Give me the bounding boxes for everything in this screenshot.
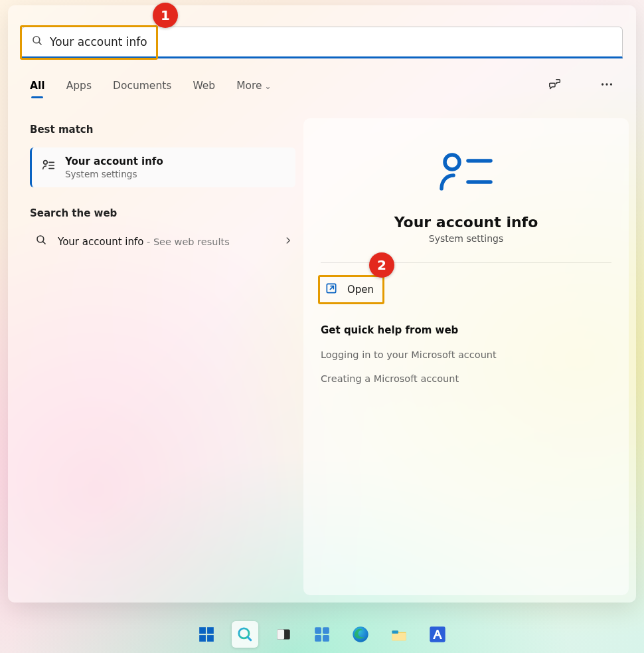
annotation-badge-1: 1 [153,3,178,28]
svg-rect-28 [392,633,406,641]
taskbar-file-explorer-button[interactable] [386,621,412,648]
svg-rect-16 [207,627,214,634]
taskbar [0,616,644,653]
search-icon [35,234,47,248]
account-settings-icon [438,150,495,195]
search-input[interactable] [50,35,613,48]
best-match-result[interactable]: Your account info System settings [30,147,295,187]
best-match-subtitle: System settings [65,169,163,179]
detail-pane: Your account info System settings Open G… [303,118,629,595]
tab-documents[interactable]: Documents [113,80,171,92]
svg-rect-25 [315,635,321,642]
more-options-icon[interactable] [600,77,614,94]
web-result-text: Your account info [58,236,143,248]
annotation-badge-2: 2 [369,252,394,278]
svg-rect-26 [323,635,329,642]
quick-help-link[interactable]: Logging in to your Microsoft account [321,349,611,360]
detail-subtitle: System settings [429,233,504,244]
svg-point-3 [605,83,607,85]
svg-rect-15 [199,627,206,634]
divider [321,262,611,263]
taskbar-start-button[interactable] [193,621,220,648]
svg-line-1 [39,42,41,45]
taskbar-edge-button[interactable] [347,621,374,648]
tab-more[interactable]: More⌄ [236,80,272,92]
search-icon [31,35,43,49]
svg-rect-18 [207,635,214,642]
svg-point-4 [610,83,612,85]
svg-point-11 [445,155,459,169]
svg-rect-23 [315,627,321,634]
tab-more-label: More [236,80,262,92]
taskbar-task-view-button[interactable] [270,621,297,648]
svg-line-10 [42,241,45,244]
svg-point-2 [602,83,604,85]
search-filter-tabs: All Apps Documents Web More⌄ [30,77,614,94]
web-result-row[interactable]: Your account info - See web results [30,229,295,254]
best-match-heading: Best match [30,124,295,136]
tab-all[interactable]: All [30,80,45,92]
open-external-icon [325,282,338,298]
web-result-suffix: - See web results [143,236,229,247]
search-bar[interactable] [21,27,623,58]
account-settings-icon [41,158,56,175]
quick-help-link[interactable]: Creating a Microsoft account [321,373,611,384]
svg-point-5 [44,161,48,165]
svg-line-20 [248,637,251,640]
svg-rect-17 [199,635,206,642]
svg-rect-24 [323,627,329,634]
taskbar-search-button[interactable] [232,621,258,648]
svg-rect-22 [277,629,284,639]
search-panel: All Apps Documents Web More⌄ Best match [8,5,636,603]
open-label: Open [347,284,374,296]
quick-help-heading: Get quick help from web [321,324,611,336]
feedback-icon[interactable] [548,77,562,94]
best-match-title: Your account info [65,155,163,167]
tab-web[interactable]: Web [193,80,215,92]
tab-apps[interactable]: Apps [66,80,92,92]
search-web-heading: Search the web [30,207,295,219]
results-column: Best match Your account info System sett… [30,124,295,254]
chevron-down-icon: ⌄ [265,82,272,91]
svg-rect-29 [392,630,398,634]
detail-hero: Your account info System settings [321,150,611,244]
taskbar-app-button[interactable] [424,621,451,648]
open-button[interactable]: Open [321,278,380,302]
chevron-right-icon [283,235,293,248]
taskbar-widgets-button[interactable] [309,621,335,648]
detail-title: Your account info [394,214,538,231]
